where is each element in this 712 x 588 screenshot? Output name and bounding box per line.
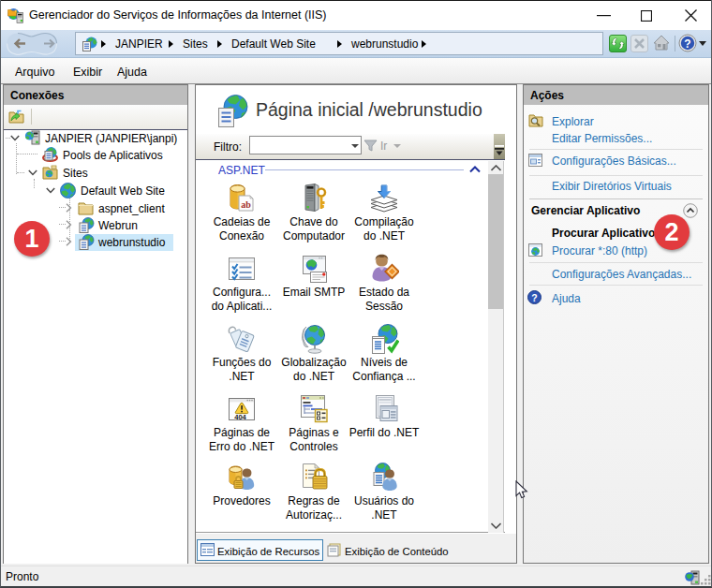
svg-text:?: ? xyxy=(684,37,690,51)
svg-text:404: 404 xyxy=(234,413,246,421)
svg-text:?: ? xyxy=(531,292,537,303)
svg-text:ab: ab xyxy=(241,199,251,210)
